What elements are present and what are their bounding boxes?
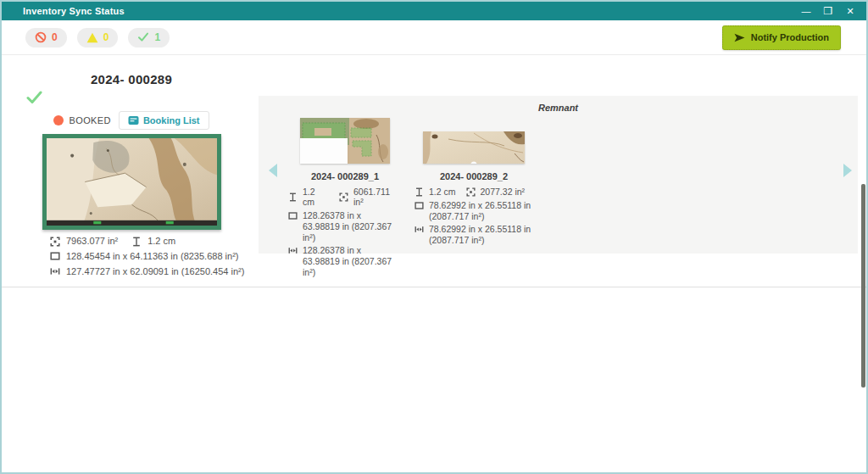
overall-size-icon (50, 266, 60, 276)
remnant-1-dimensions: 128.26378 in x 63.98819 in (8207.367 in²… (303, 210, 398, 243)
thickness-icon (131, 237, 142, 247)
maximize-button[interactable]: ❒ (819, 3, 837, 19)
slab-area-value: 7963.077 in² (66, 235, 118, 247)
warning-count: 0 (103, 31, 109, 43)
close-icon: ✕ (846, 6, 854, 17)
remnant-panel: Remnant (259, 96, 858, 254)
remnant-panel-title: Remnant (259, 103, 858, 113)
notify-production-label: Notify Production (751, 32, 829, 42)
overall-size-icon (288, 246, 298, 255)
status-badges: 0 0 1 (2, 28, 170, 47)
remnant-thumb-wrap (415, 114, 533, 164)
thickness-icon (288, 192, 298, 202)
window-title: Inventory Sync Status (2, 6, 125, 16)
carousel-left-arrow-icon[interactable] (269, 164, 277, 177)
slab-stone-texture (47, 138, 217, 226)
toolbar: 0 0 1 Notify Production (2, 20, 866, 55)
prohibition-icon (35, 31, 47, 43)
remnant-thumb-wrap (288, 114, 402, 164)
booked-status: BOOKED (53, 115, 110, 125)
notify-production-button[interactable]: Notify Production (722, 25, 841, 50)
remnant-2-thumbnail (423, 131, 525, 164)
section-divider (2, 287, 866, 287)
close-button[interactable]: ✕ (841, 3, 860, 19)
maximize-icon: ❒ (824, 5, 833, 17)
remnant-2-overall: 78.62992 in x 26.55118 in (2087.717 in²) (429, 224, 533, 246)
slab-overall-value: 127.47727 in x 62.09091 in (16250.454 in… (66, 265, 244, 277)
carousel-right-arrow-icon[interactable] (843, 164, 852, 177)
slab-id-heading: 2024- 000289 (41, 72, 222, 86)
remnant-2-id: 2024- 000289_2 (415, 171, 533, 181)
remnant-2-thickness: 1.2 cm (429, 187, 456, 197)
remnant-1-area: 6061.711 in² (353, 187, 402, 207)
status-label: BOOKED (69, 115, 110, 125)
slab-dimensions-value: 128.45454 in x 64.11363 in (8235.688 in²… (66, 250, 238, 262)
status-dot-icon (53, 115, 64, 125)
remnant-2-dimensions: 78.62992 in x 26.55118 in (2087.717 in²) (429, 200, 533, 222)
booking-list-button[interactable]: Booking List (119, 111, 209, 130)
remnant-1-overall: 128.26378 in x 63.98819 in (8207.367 in²… (303, 245, 398, 278)
remnant-card[interactable]: 2024- 000289_2 1.2 cm 2077.32 in² (415, 114, 533, 280)
overall-size-icon (415, 225, 424, 234)
booking-list-label: Booking List (143, 115, 200, 125)
remnant-2-measurements: 1.2 cm 2077.32 in² 78.62992 in x 26.5511… (415, 187, 533, 248)
slab-status-row: BOOKED Booking List (41, 111, 222, 130)
synced-badge[interactable]: 1 (128, 28, 170, 47)
check-icon (137, 32, 149, 42)
blocked-badge[interactable]: 0 (25, 28, 67, 47)
dimensions-icon (415, 201, 424, 210)
area-icon (466, 187, 476, 197)
titlebar[interactable]: Inventory Sync Status — ❒ ✕ (2, 2, 866, 20)
window-controls: — ❒ ✕ (797, 3, 866, 19)
area-icon (50, 237, 60, 247)
minimize-button[interactable]: — (797, 3, 815, 19)
thickness-icon (415, 187, 424, 197)
remnant-2-area: 2077.32 in² (481, 187, 526, 197)
remnant-1-thumbnail (300, 118, 390, 164)
remnant-1-measurements: 1.2 cm 6061.711 in² 128.26378 in x 63.98… (288, 187, 402, 280)
area-icon (339, 192, 348, 202)
inventory-sync-window: Inventory Sync Status — ❒ ✕ 0 0 (0, 0, 868, 474)
main-content: 2024- 000289 BOOKED Booking List (2, 55, 866, 472)
dimensions-icon (288, 211, 298, 220)
warning-badge[interactable]: 0 (77, 28, 119, 47)
synced-count: 1 (154, 31, 160, 43)
vertical-scrollbar[interactable] (861, 184, 865, 388)
sync-success-check-icon (26, 91, 42, 104)
warning-icon (86, 32, 98, 43)
remnant-1-id: 2024- 000289_1 (288, 171, 402, 181)
minimize-icon: — (802, 6, 811, 16)
send-icon (734, 33, 745, 42)
remnant-cards: 2024- 000289_1 1.2 cm 6061.711 in² (288, 114, 533, 280)
blocked-count: 0 (52, 31, 58, 43)
booking-list-icon (128, 115, 139, 125)
dimensions-icon (50, 251, 60, 261)
slab-thickness-value: 1.2 cm (147, 235, 175, 247)
remnant-1-thickness: 1.2 cm (303, 187, 329, 207)
slab-image (42, 134, 221, 230)
remnant-card[interactable]: 2024- 000289_1 1.2 cm 6061.711 in² (288, 114, 402, 280)
